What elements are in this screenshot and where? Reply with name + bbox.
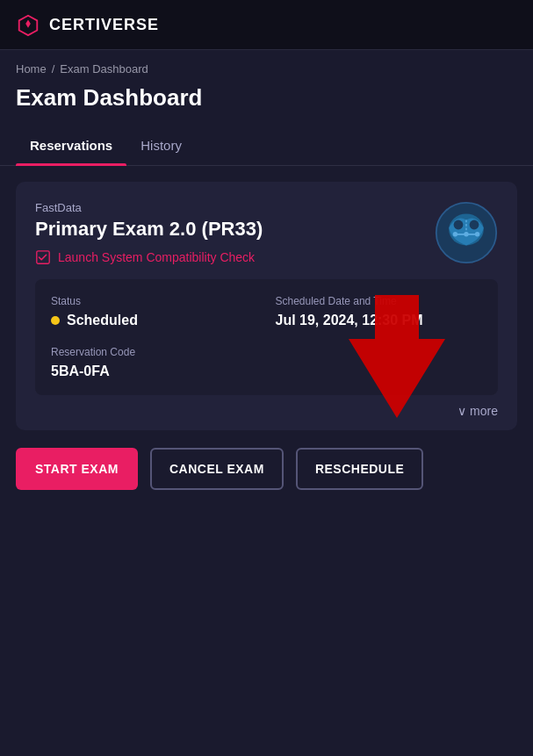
tab-reservations[interactable]: Reservations [16,126,126,165]
show-more-button[interactable]: ∨ more [35,395,498,430]
main-content: FastData Primary Exam 2.0 (PR33) Launch … [0,166,533,515]
compatibility-check-button[interactable]: Launch System Compatibility Check [35,249,435,265]
start-exam-button[interactable]: START EXAM [16,448,138,490]
breadcrumb: Home / Exam Dashboard [16,62,517,76]
reschedule-button[interactable]: RESCHEDULE [296,448,423,490]
reservation-code-label: Reservation Code [51,346,258,358]
breadcrumb-current: Exam Dashboard [60,62,148,76]
svg-point-8 [453,232,457,236]
status-dot [51,316,60,325]
exam-card: FastData Primary Exam 2.0 (PR33) Launch … [16,182,517,430]
compatibility-check-icon [35,249,51,265]
tabs-section: Reservations History [0,126,533,166]
exam-provider: FastData [35,201,435,214]
page-title: Exam Dashboard [16,84,517,112]
scheduled-value: Jul 19, 2024, 12:30 PM [276,313,483,328]
svg-point-10 [475,232,479,236]
scheduled-item: Scheduled Date and Time Jul 19, 2024, 12… [276,295,483,328]
status-value: Scheduled [51,313,258,328]
exam-name: Primary Exam 2.0 (PR33) [35,218,435,241]
svg-point-5 [454,220,464,230]
cancel-exam-button[interactable]: CANCEL EXAM [150,448,284,490]
page-title-section: Exam Dashboard [0,81,533,126]
compatibility-check-label: Launch System Compatibility Check [58,250,255,264]
status-label: Status [51,295,258,307]
scheduled-label: Scheduled Date and Time [276,295,483,307]
chevron-down-icon: ∨ [457,404,466,418]
svg-point-6 [470,220,479,230]
breadcrumb-home[interactable]: Home [16,62,47,76]
app-name: CERTIVERSE [49,16,159,34]
exam-header: FastData Primary Exam 2.0 (PR33) Launch … [35,201,498,265]
tab-history[interactable]: History [126,126,196,165]
details-box: Status Scheduled Scheduled Date and Time… [35,279,498,395]
svg-marker-1 [25,19,31,27]
status-item: Status Scheduled [51,295,258,328]
exam-logo-icon [435,201,498,264]
breadcrumb-section: Home / Exam Dashboard [0,50,533,81]
app-header: CERTIVERSE [0,0,533,50]
logo: CERTIVERSE [16,12,159,37]
exam-info: FastData Primary Exam 2.0 (PR33) Launch … [35,201,435,265]
action-buttons: START EXAM CANCEL EXAM RESCHEDULE [16,448,517,499]
breadcrumb-separator: / [52,62,55,76]
certiverse-logo-icon [16,12,40,37]
reservation-code-item: Reservation Code 5BA-0FA [51,346,258,379]
reservation-code-value: 5BA-0FA [51,364,258,379]
